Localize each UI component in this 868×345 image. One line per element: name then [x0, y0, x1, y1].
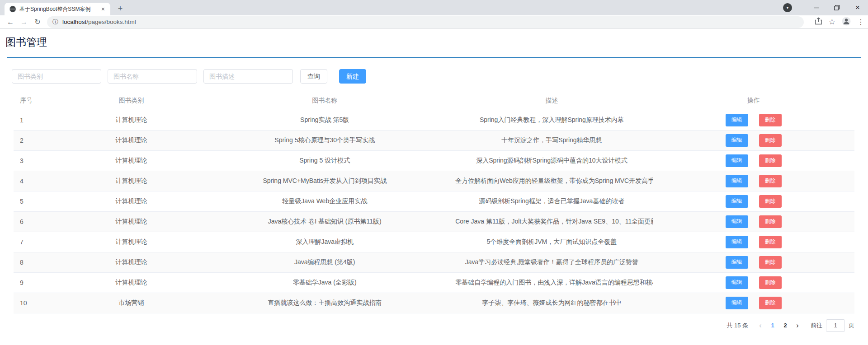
cell-actions: 编辑 删除 [653, 191, 854, 211]
profile-avatar-icon[interactable] [842, 17, 851, 28]
page-number-2[interactable]: 2 [779, 322, 792, 329]
bookmark-star-icon[interactable]: ☆ [829, 17, 835, 27]
browser-toolbar: ← → ↻ ⓘ localhost/pages/books.html ☆ ⋮ [0, 15, 868, 29]
edit-button[interactable]: 编辑 [726, 175, 748, 187]
cell-actions: 编辑 删除 [653, 211, 854, 232]
cell-id: 9 [14, 272, 64, 293]
browser-tab[interactable]: 基于SpringBoot整合SSM案例 × [5, 3, 110, 15]
cell-actions: 编辑 删除 [653, 150, 854, 171]
minimize-icon[interactable] [806, 0, 826, 15]
category-input[interactable] [12, 69, 101, 84]
pagination-total: 共 15 条 [726, 322, 748, 330]
favicon-globe-icon [9, 5, 16, 13]
reload-icon[interactable]: ↻ [31, 19, 44, 26]
header-actions: 操作 [653, 92, 854, 110]
cell-category: 计算机理论 [64, 252, 199, 272]
table-row: 2 计算机理论 Spring 5核心原理与30个类手写实战 十年沉淀之作，手写S… [14, 130, 854, 150]
cell-category: 计算机理论 [64, 272, 199, 293]
cell-id: 1 [14, 110, 64, 130]
search-bar: 查询 新建 [12, 69, 868, 84]
page-title: 图书管理 [5, 34, 868, 50]
edit-button[interactable]: 编辑 [726, 256, 748, 269]
cell-desc: Core Java 第11版，Jolt大奖获奖作品，针对Java SE9、10、… [451, 211, 652, 232]
edit-button[interactable]: 编辑 [726, 215, 748, 228]
next-page-icon[interactable]: › [792, 322, 803, 330]
toolbar-actions: ☆ ⋮ [808, 17, 864, 28]
cell-id: 8 [14, 252, 64, 272]
delete-button[interactable]: 删除 [759, 175, 782, 187]
prev-page-icon[interactable]: ‹ [755, 322, 766, 330]
cell-desc: 5个维度全面剖析JVM，大厂面试知识点全覆盖 [451, 232, 652, 252]
edit-button[interactable]: 编辑 [726, 297, 748, 309]
cell-category: 计算机理论 [64, 171, 199, 191]
header-name: 图书名称 [198, 92, 451, 110]
table-row: 8 计算机理论 Java编程思想 (第4版) Java学习必读经典,殿堂级著作！… [14, 252, 854, 272]
query-button[interactable]: 查询 [300, 69, 327, 84]
share-icon[interactable] [815, 17, 822, 27]
delete-button[interactable]: 删除 [759, 236, 782, 248]
delete-button[interactable]: 删除 [759, 134, 782, 147]
cell-desc: 十年沉淀之作，手写Spring精华思想 [451, 130, 652, 150]
cell-name: Spring 5 设计模式 [198, 150, 451, 171]
browser-update-icon[interactable]: ▾ [783, 3, 792, 12]
book-name-input[interactable] [108, 69, 197, 84]
cell-id: 2 [14, 130, 64, 150]
delete-button[interactable]: 删除 [759, 256, 782, 269]
cell-category: 市场营销 [64, 293, 199, 313]
tab-strip: 基于SpringBoot整合SSM案例 × + ▾ × [0, 0, 868, 15]
books-page: 图书管理 查询 新建 序号 图书类别 图书名称 描述 操作 1 计算 [0, 34, 868, 332]
url-path: /pages/books.html [86, 19, 136, 25]
cell-desc: Java学习必读经典,殿堂级著作！赢得了全球程序员的广泛赞誉 [451, 252, 652, 272]
pagination: 共 15 条 ‹ 1 2 › 前往 页 [14, 319, 854, 332]
address-bar[interactable]: ⓘ localhost/pages/books.html [47, 16, 804, 28]
cell-name: 轻量级Java Web企业应用实战 [198, 191, 451, 211]
delete-button[interactable]: 删除 [759, 154, 782, 167]
restore-icon[interactable] [826, 0, 847, 15]
table-row: 6 计算机理论 Java核心技术 卷I 基础知识 (原书第11版) Core J… [14, 211, 854, 232]
cell-category: 计算机理论 [64, 110, 199, 130]
cell-actions: 编辑 删除 [653, 232, 854, 252]
cell-name: Spring实战 第5版 [198, 110, 451, 130]
edit-button[interactable]: 编辑 [726, 154, 748, 167]
browser-menu-icon[interactable]: ⋮ [857, 18, 864, 26]
cell-actions: 编辑 删除 [653, 110, 854, 130]
edit-button[interactable]: 编辑 [726, 236, 748, 248]
tab-title: 基于SpringBoot整合SSM案例 [19, 5, 97, 13]
table-row: 9 计算机理论 零基础学Java (全彩版) 零基础自学编程的入门图书，由浅入深… [14, 272, 854, 293]
cell-category: 计算机理论 [64, 191, 199, 211]
cell-id: 10 [14, 293, 64, 313]
create-button[interactable]: 新建 [339, 69, 366, 84]
cell-name: Java编程思想 (第4版) [198, 252, 451, 272]
cell-desc: 李子柒、李佳琦、薇娅成长为网红的秘密都在书中 [451, 293, 652, 313]
table-row: 7 计算机理论 深入理解Java虚拟机 5个维度全面剖析JVM，大厂面试知识点全… [14, 232, 854, 252]
cell-actions: 编辑 删除 [653, 171, 854, 191]
jump-page-input[interactable] [826, 319, 845, 332]
cell-id: 6 [14, 211, 64, 232]
new-tab-icon[interactable]: + [115, 4, 126, 14]
book-desc-input[interactable] [203, 69, 293, 84]
browser-window: 基于SpringBoot整合SSM案例 × + ▾ × ← → ↻ ⓘ loca… [0, 0, 868, 29]
page-number-1[interactable]: 1 [766, 322, 779, 329]
cell-category: 计算机理论 [64, 150, 199, 171]
delete-button[interactable]: 删除 [759, 114, 782, 126]
cell-actions: 编辑 删除 [653, 252, 854, 272]
edit-button[interactable]: 编辑 [726, 114, 748, 126]
delete-button[interactable]: 删除 [759, 276, 782, 289]
books-table: 序号 图书类别 图书名称 描述 操作 1 计算机理论 Spring实战 第5版 … [14, 92, 854, 313]
tab-close-icon[interactable]: × [100, 5, 106, 13]
cell-id: 5 [14, 191, 64, 211]
delete-button[interactable]: 删除 [759, 297, 782, 309]
table-row: 5 计算机理论 轻量级Java Web企业应用实战 源码级剖析Spring框架，… [14, 191, 854, 211]
site-info-icon[interactable]: ⓘ [52, 18, 58, 26]
delete-button[interactable]: 删除 [759, 215, 782, 228]
delete-button[interactable]: 删除 [759, 195, 782, 208]
edit-button[interactable]: 编辑 [726, 195, 748, 208]
edit-button[interactable]: 编辑 [726, 276, 748, 289]
forward-icon[interactable]: → [17, 19, 31, 26]
back-icon[interactable]: ← [4, 19, 17, 26]
close-window-icon[interactable]: × [847, 0, 868, 15]
cell-actions: 编辑 删除 [653, 272, 854, 293]
cell-id: 7 [14, 232, 64, 252]
edit-button[interactable]: 编辑 [726, 134, 748, 147]
cell-desc: 全方位解析面向Web应用的轻量级框架，带你成为Spring MVC开发高手 [451, 171, 652, 191]
